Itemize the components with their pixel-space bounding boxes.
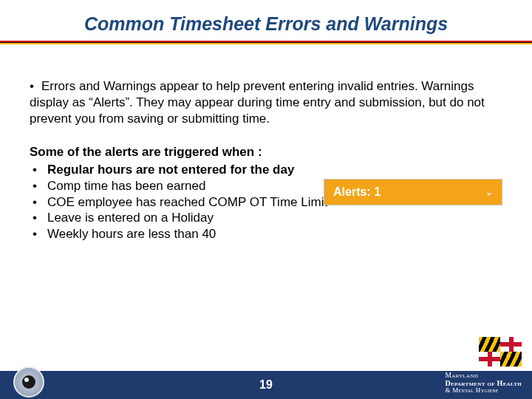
alerts-banner: Alerts: 1 ⌄ <box>324 179 502 205</box>
content-area: Errors and Warnings appear to help preve… <box>0 44 532 242</box>
department-block: Maryland Department of Health & Mental H… <box>445 372 522 395</box>
intro-lead: Errors and Warnings appear to help preve… <box>30 79 418 93</box>
dept-line-1: Maryland <box>445 372 522 379</box>
footer-bar: 19 Maryland Department of Health & Menta… <box>0 371 532 399</box>
chevron-down-icon: ⌄ <box>485 187 493 197</box>
slide-title: Common Timesheet Errors and Warnings <box>0 0 532 41</box>
alerts-intro: Some of the alerts are triggered when : <box>30 144 502 160</box>
intro-paragraph: Errors and Warnings appear to help preve… <box>30 78 502 126</box>
list-item: Regular hours are not entered for the da… <box>30 162 502 178</box>
seal-icon <box>13 366 44 398</box>
dept-line-3: & Mental Hygiene <box>445 387 522 395</box>
list-item: Weekly hours are less than 40 <box>30 226 502 242</box>
list-item-text: Regular hours are not entered for the da… <box>47 163 294 177</box>
page-number: 19 <box>259 378 273 392</box>
list-item: Leave is entered on a Holiday <box>30 210 502 226</box>
maryland-flag-icon <box>479 337 522 366</box>
department-text: Maryland Department of Health & Mental H… <box>445 372 522 395</box>
alerts-banner-label: Alerts: 1 <box>333 185 381 199</box>
